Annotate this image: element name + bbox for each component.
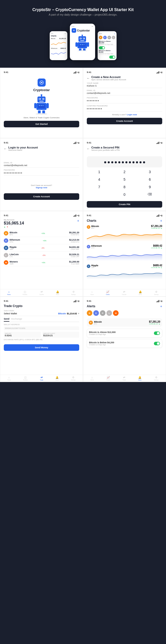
filter-btc[interactable]: B — [87, 310, 92, 316]
wifi-icon-5: ▾ — [77, 214, 78, 217]
mini-chart-btc — [51, 41, 66, 46]
send-money-button[interactable]: Send Money — [4, 344, 79, 351]
signup-link[interactable]: Signup now — [36, 186, 47, 189]
pin-key-6[interactable]: 6 — [137, 176, 162, 183]
login-email-label: EMAIL ID — [4, 162, 79, 164]
portfolio-add-btn[interactable]: + — [77, 219, 79, 223]
pin-key-0[interactable]: 0 — [112, 191, 137, 198]
tab-alerts-3[interactable]: 🔔 Alerts — [56, 376, 59, 381]
login-now-link[interactable]: Login now — [127, 113, 137, 116]
status-bar-welcome: 9:41 ▾ ▮ — [4, 71, 79, 73]
battery-icon-5: ▮ — [78, 214, 79, 217]
alerts-tab-bar: ⌂ Home 📈 Charts ⇄ Trade 🔔 Alerts ⚙ Setti… — [83, 375, 166, 382]
filter-ltc[interactable]: L — [106, 310, 112, 316]
alerts-add-btn[interactable]: + — [160, 304, 162, 308]
back-arrow-pin[interactable]: ← — [87, 147, 90, 150]
svg-rect-26 — [39, 101, 43, 102]
tab-settings-2[interactable]: ⚙ Settings — [154, 290, 159, 295]
pin-key-3[interactable]: 3 — [137, 168, 162, 175]
list-item: R Ripple XRP -0% $4,831.69 2,424 XRP — [4, 244, 79, 252]
settings-icon-3: ⚙ — [72, 376, 74, 379]
alerts-coin-card: B Bitcoin BTC $7,291.20 +0.0% $3.117 ▲ — [87, 318, 162, 327]
pin-keypad: 1 2 3 4 5 6 7 8 9 0 ⌫ — [87, 168, 162, 198]
email-value[interactable]: contact@elitepixels.net — [87, 92, 162, 95]
get-started-button[interactable]: Get Started — [4, 121, 79, 127]
tab-alerts[interactable]: 🔔 Alerts — [56, 290, 59, 295]
wallet-selected: Bitcoin — [58, 312, 66, 315]
pin-title: Create a Secured PIN — [91, 146, 120, 149]
name-value[interactable]: Kishore S — [87, 85, 162, 88]
back-arrow-login[interactable]: ← — [4, 147, 7, 150]
tab-home-3[interactable]: ⌂ Home — [7, 376, 11, 381]
tab-trade[interactable]: ⇄ Trade — [40, 376, 43, 381]
alert-toggle-2[interactable] — [154, 342, 160, 345]
charts-icon-4: 📈 — [107, 376, 110, 379]
password-field: PASSWORD •••••••• — [87, 97, 162, 103]
home-icon-2: ⌂ — [91, 290, 93, 293]
login-email-value[interactable]: contact@elitepixels.net — [4, 164, 79, 168]
settings-icon-4: ⚙ — [155, 376, 157, 379]
confirm-value[interactable]: •••••••••• — [87, 107, 162, 111]
back-arrow-register[interactable]: ← — [87, 77, 90, 80]
tab-settings-4[interactable]: ⚙ Settings — [154, 376, 158, 381]
alerts-active-icon: 🔔 — [138, 376, 141, 379]
pin-key-8[interactable]: 8 — [112, 183, 137, 191]
charts-add-btn[interactable]: + — [160, 219, 162, 223]
tab-transfer[interactable]: ⇄ Transfer — [39, 290, 44, 295]
tab-portfolio-3[interactable]: ◫ Portfolio — [23, 376, 27, 381]
pin-key-4[interactable]: 4 — [87, 176, 112, 183]
alert-toggle-1[interactable] — [154, 331, 160, 335]
create-pin-button[interactable]: Create PIN — [87, 201, 162, 208]
login-header: ← Login to your Account Welcome Back! — [4, 146, 79, 151]
tab-settings[interactable]: ⚙ Settings — [71, 290, 76, 295]
tab-portfolio[interactable]: ◫ Portfolio — [23, 290, 27, 295]
svg-rect-11 — [82, 44, 83, 45]
svg-rect-12 — [84, 44, 85, 45]
pin-key-5[interactable]: 5 — [112, 176, 137, 183]
tab-transfer-2[interactable]: ⇄ Transfer — [122, 290, 126, 295]
login-password-value[interactable]: •••••••••••• — [4, 171, 79, 176]
tab-charts-4[interactable]: 📈 Charts — [106, 376, 110, 381]
xrp-sparkline — [87, 269, 162, 279]
wallet-label: Select Wallet — [4, 310, 79, 312]
filter-xmr[interactable]: M — [113, 310, 119, 316]
pin-key-9[interactable]: 9 — [137, 183, 162, 191]
tab-alerts-2[interactable]: 🔔 Alerts — [139, 290, 142, 295]
trade-tab-bar: ⌂ Home ◫ Portfolio ⇄ Trade 🔔 Alerts ⚙ Se… — [0, 375, 83, 382]
change-up-icon: ▲ — [4, 226, 6, 228]
password-value[interactable]: •••••••• — [87, 99, 162, 103]
wifi-icon-2: ▾ — [160, 71, 161, 73]
charts-icon: 📈 — [106, 290, 109, 293]
tab-settings-3[interactable]: ⚙ Settings — [71, 376, 76, 381]
filter-xrp[interactable]: R — [100, 310, 105, 316]
alert-date-1: Created 22 Days Ago — [89, 333, 116, 335]
wifi-icon-7: ▾ — [77, 300, 78, 302]
pin-key-1[interactable]: 1 — [87, 168, 112, 175]
status-bar-alerts: 9:41 ▾ ▮ — [87, 300, 162, 302]
pin-key-backspace[interactable]: ⌫ — [137, 191, 162, 198]
trade-tab-send[interactable]: Send — [4, 318, 9, 322]
tab-home[interactable]: ⌂ Home — [7, 290, 11, 295]
create-account-button[interactable]: Create Account — [87, 118, 162, 124]
home-icon-3: ⌂ — [8, 376, 10, 379]
status-bar-portfolio: 9:41 ▾ ▮ — [4, 214, 79, 217]
login-title: Login to your Account — [8, 146, 38, 149]
svg-point-21 — [41, 94, 42, 96]
tab-home-4[interactable]: ⌂ Home — [91, 376, 94, 381]
tab-alerts-active[interactable]: 🔔 Alerts — [138, 376, 142, 381]
login-create-account-button[interactable]: Create Account — [4, 193, 79, 200]
portfolio-header: My Account $16,065.14 ▲ ▼ + — [4, 219, 79, 228]
pin-key-2[interactable]: 2 — [112, 168, 137, 175]
trade-tab-exchange[interactable]: Exchange — [11, 318, 22, 322]
tab-charts[interactable]: 📈 Charts — [106, 290, 110, 295]
tab-home-2[interactable]: ⌂ Home — [90, 290, 94, 295]
wallet-address[interactable]: 309284131223877213291 — [4, 326, 79, 330]
svg-rect-29 — [39, 105, 40, 106]
tab-trade-4[interactable]: ⇄ Trade — [123, 376, 126, 381]
pin-key-7[interactable]: 7 — [87, 183, 112, 191]
name-field: YOUR NAME Kishore S — [87, 82, 162, 88]
svg-rect-28 — [38, 104, 45, 108]
svg-point-6 — [83, 38, 84, 39]
alerts-icon-3: 🔔 — [56, 376, 59, 379]
filter-eth[interactable]: E — [93, 310, 99, 316]
